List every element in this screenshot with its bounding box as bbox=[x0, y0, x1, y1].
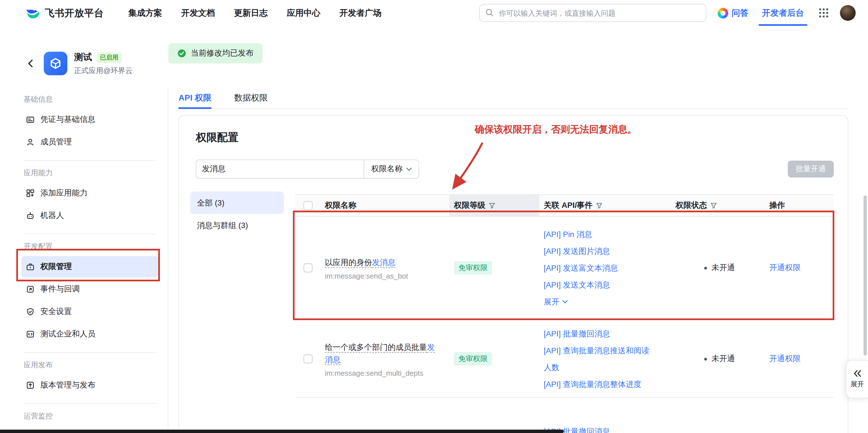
sidebar-item-permissions[interactable]: 权限管理 bbox=[21, 256, 159, 278]
table-row-send-as-bot: 以应用的身份发消息 im:message:send_as_bot 免审权限 [A… bbox=[295, 217, 834, 320]
app-meta: 测试 已启用 正式应用@环界云 bbox=[74, 51, 132, 76]
nav-menu: 集成方案 开发文档 更新日志 应用中心 开发者广场 bbox=[128, 7, 381, 18]
annotation-arrow bbox=[434, 137, 496, 196]
select-all-checkbox[interactable] bbox=[303, 201, 312, 210]
sidebar-item-test-org[interactable]: 测试企业和人员 bbox=[21, 323, 159, 345]
category-all[interactable]: 全部 (3) bbox=[190, 192, 284, 214]
filter-funnel-icon[interactable] bbox=[710, 202, 717, 209]
nav-item-app-center[interactable]: 应用中心 bbox=[287, 7, 320, 18]
open-permission-link[interactable]: 开通权限 bbox=[769, 263, 801, 273]
avatar[interactable] bbox=[840, 5, 856, 21]
status-text: 未开通 bbox=[711, 263, 735, 273]
tab-api-permissions[interactable]: API 权限 bbox=[179, 88, 212, 108]
app-name: 测试 bbox=[74, 51, 92, 63]
search-field-select[interactable]: 权限名称 bbox=[364, 160, 419, 179]
tab-data-permissions[interactable]: 数据权限 bbox=[234, 88, 268, 108]
api-link[interactable]: [API] 发送文本消息 bbox=[544, 276, 610, 293]
permission-tabs: API 权限 数据权限 bbox=[179, 88, 848, 109]
table-row-send-multi-depts: 给一个或多个部门的成员批量发消息 im:message:send_multi_d… bbox=[295, 320, 834, 398]
sidebar-section-capabilities: 应用能力 bbox=[24, 168, 159, 178]
sidebar-item-add-capability[interactable]: 添加应用能力 bbox=[21, 182, 159, 204]
bot-icon bbox=[26, 211, 35, 220]
qa-link[interactable]: 问答 bbox=[718, 7, 748, 18]
row-checkbox[interactable] bbox=[303, 263, 312, 272]
sidebar-divider bbox=[24, 352, 157, 353]
permission-scope: im:message:send_multi_depts bbox=[325, 369, 423, 377]
api-link[interactable]: [API] Pin 消息 bbox=[544, 226, 592, 242]
nav-item-dev-plaza[interactable]: 开发者广场 bbox=[339, 7, 381, 18]
annotation-text: 确保该权限开启，否则无法回复消息。 bbox=[475, 123, 637, 136]
category-message-group[interactable]: 消息与群组 (3) bbox=[190, 214, 284, 236]
status-dot bbox=[704, 266, 707, 269]
column-header-api[interactable]: 关联 API/事件 bbox=[539, 195, 671, 216]
permission-config-card: 权限配置 权限名称 批量开通 确保该权限开启，否则无法回复消息。 全部 (3) … bbox=[179, 115, 848, 433]
permission-search-row: 权限名称 bbox=[196, 160, 419, 179]
api-link[interactable]: [API] 发送图片消息 bbox=[544, 242, 610, 259]
open-permission-link[interactable]: 开通权限 bbox=[769, 354, 801, 364]
status-text: 未开通 bbox=[711, 354, 735, 364]
qa-ring-icon bbox=[718, 7, 728, 18]
sidebar-section-monitoring: 运营监控 bbox=[24, 411, 159, 421]
permission-search-input[interactable] bbox=[196, 160, 364, 179]
nav-item-integration[interactable]: 集成方案 bbox=[128, 7, 162, 18]
sidebar-item-events[interactable]: 事件与回调 bbox=[21, 279, 159, 300]
event-callback-icon bbox=[26, 285, 35, 294]
permission-scope: im:message:send_as_bot bbox=[325, 271, 408, 280]
column-header-action: 操作 bbox=[764, 195, 834, 216]
api-link[interactable]: [API] 查询批量消息推送和阅读人数 bbox=[544, 342, 654, 376]
table-header-row: 权限名称 权限等级 关联 API/事件 权限状态 操作 bbox=[295, 194, 834, 217]
panel-expander-button[interactable]: 展开 bbox=[846, 360, 868, 398]
brand-name: 飞书开放平台 bbox=[45, 6, 104, 19]
status-dot bbox=[704, 357, 707, 360]
page-title: 权限配置 bbox=[196, 130, 239, 145]
chevron-down-icon bbox=[406, 167, 411, 171]
publish-status-pill: 当前修改均已发布 bbox=[168, 43, 262, 63]
app-header: 测试 已启用 正式应用@环界云 当前修改均已发布 bbox=[0, 26, 868, 88]
search-hit-text: 发消息 bbox=[372, 258, 396, 266]
developer-console-link[interactable]: 开发者后台 bbox=[762, 0, 804, 26]
sidebar-item-bot[interactable]: 机器人 bbox=[21, 205, 159, 226]
row-checkbox[interactable] bbox=[303, 354, 312, 363]
sidebar-item-security[interactable]: 安全设置 bbox=[21, 301, 159, 322]
column-header-name: 权限名称 bbox=[320, 195, 450, 216]
sidebar-section-release: 应用发布 bbox=[24, 360, 159, 370]
apps-grid-icon[interactable] bbox=[818, 8, 829, 18]
code-brackets-icon bbox=[26, 330, 35, 339]
bulk-approve-button[interactable]: 批量开通 bbox=[788, 161, 834, 177]
search-icon bbox=[485, 8, 494, 19]
credential-icon bbox=[26, 115, 35, 124]
api-link[interactable]: [API] 查询批量消息整体进度 bbox=[544, 376, 641, 393]
sidebar-divider bbox=[24, 403, 157, 404]
column-header-level[interactable]: 权限等级 bbox=[450, 195, 539, 216]
nav-item-changelog[interactable]: 更新日志 bbox=[234, 7, 268, 18]
permission-name[interactable]: 给一个或多个部门的成员批量发消息 bbox=[325, 341, 436, 365]
vertical-scrollbar[interactable] bbox=[864, 196, 867, 355]
shield-icon bbox=[26, 307, 35, 316]
publish-icon bbox=[26, 381, 35, 390]
api-link[interactable]: [API] 发送富文本消息 bbox=[544, 259, 618, 276]
permission-icon bbox=[26, 262, 35, 271]
brand[interactable]: 飞书开放平台 bbox=[25, 5, 104, 21]
sidebar: 基础信息 凭证与基础信息 成员管理 应用能力 添加应用能力 机器人 bbox=[0, 88, 168, 433]
permission-name[interactable]: 以应用的身份发消息 bbox=[325, 256, 396, 268]
back-button[interactable] bbox=[26, 58, 36, 68]
column-header-status[interactable]: 权限状态 bbox=[671, 195, 764, 216]
global-search bbox=[479, 4, 706, 22]
horizontal-scrollbar[interactable] bbox=[0, 430, 564, 433]
sidebar-section-basic-info: 基础信息 bbox=[24, 94, 159, 105]
filter-funnel-icon[interactable] bbox=[596, 202, 602, 209]
top-navbar: 飞书开放平台 集成方案 开发文档 更新日志 应用中心 开发者广场 问答 开发者后… bbox=[0, 0, 868, 26]
feishu-logo-icon bbox=[25, 5, 40, 21]
sidebar-item-version-release[interactable]: 版本管理与发布 bbox=[21, 375, 159, 396]
check-circle-icon bbox=[177, 49, 186, 58]
sidebar-item-members[interactable]: 成员管理 bbox=[21, 132, 159, 153]
sidebar-divider bbox=[24, 234, 157, 234]
sidebar-section-dev-config: 开发配置 bbox=[24, 241, 159, 252]
expand-api-list[interactable]: 展开 bbox=[544, 293, 568, 310]
filter-funnel-icon[interactable] bbox=[489, 202, 495, 209]
search-input[interactable] bbox=[479, 4, 706, 22]
api-link[interactable]: [API] 批量撤回消息 bbox=[544, 325, 610, 342]
sidebar-item-credentials[interactable]: 凭证与基础信息 bbox=[21, 109, 159, 130]
nav-item-docs[interactable]: 开发文档 bbox=[181, 7, 215, 18]
enabled-badge: 已启用 bbox=[96, 52, 122, 63]
